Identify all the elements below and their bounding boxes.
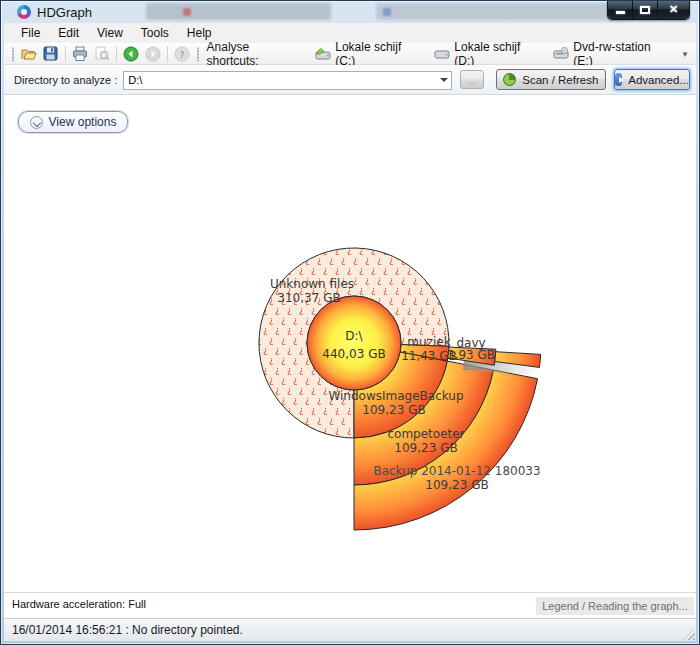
main-toolbar: ? Analyse shortcuts: Lokale schijf (C:) … [4,43,696,65]
analyse-shortcuts-label: Analyse shortcuts: [207,40,305,68]
toolbar-grip[interactable] [196,47,200,61]
drive-label: Lokale schijf (C:) [335,40,424,68]
print-icon [72,46,88,62]
hardware-acceleration-text: Hardware acceleration: Full [12,598,146,610]
combobox-dropdown-icon[interactable] [436,71,451,88]
forward-icon [145,46,161,62]
label-muziek-name: muziek [407,335,450,349]
back-icon [123,46,139,62]
advanced-icon [615,73,622,86]
background-tab-blur [146,3,331,20]
save-button[interactable] [40,44,62,64]
directory-input[interactable] [123,71,452,90]
view-options-label: View options [49,115,117,129]
svg-text:?: ? [179,49,184,59]
scan-label: Scan / Refresh [522,74,598,86]
directory-bar: Directory to analyze : ... Scan / Refres… [4,65,696,95]
help-icon: ? [174,46,190,62]
status-text: 16/01/2014 16:56:21 : No directory point… [12,623,243,637]
client-area: File Edit View Tools Help [4,23,696,641]
titlebar[interactable]: HDGraph ✕ [1,1,699,23]
drive-shortcut-d[interactable]: Lokale schijf (D:) [429,39,548,69]
close-icon: ✕ [658,3,689,16]
caption-buttons: ✕ [607,1,690,20]
close-button[interactable]: ✕ [658,1,689,19]
menu-edit[interactable]: Edit [49,24,88,42]
label-root-name: D:\ [345,329,363,343]
window-title: HDGraph [37,5,92,20]
print-button[interactable] [69,44,91,64]
background-tab-icon [383,8,391,16]
directory-label: Directory to analyze : [14,74,117,86]
hdgraph-window: HDGraph ✕ File Edit View Tools Help [0,0,700,645]
root-circle[interactable] [307,296,401,390]
advanced-label: Advanced... [628,74,689,86]
scan-icon [503,73,516,86]
print-preview-button[interactable] [91,44,113,64]
chevron-down-icon [30,116,43,129]
view-options-button[interactable]: View options [18,111,128,133]
toolbar-separator [167,46,168,62]
open-button[interactable] [18,44,40,64]
drive-shortcut-c[interactable]: Lokale schijf (C:) [310,39,429,69]
toolbar-separator [65,46,66,62]
minimize-button[interactable] [608,1,633,19]
status-bar: 16/01/2014 16:56:21 : No directory point… [4,618,696,641]
drive-label: Dvd-rw-station (E:) [573,40,673,68]
background-tab-blur [376,3,626,20]
toolbar-grip[interactable] [11,47,15,61]
drive-label: Lokale schijf (D:) [454,40,543,68]
label-competoeter-size: 109,23 GB [394,441,457,455]
maximize-button[interactable] [633,1,658,19]
label-backup-name: Backup 2014-01-12 180033 [373,464,540,478]
toolbar-overflow-button[interactable]: ▾ [678,49,692,59]
back-button[interactable] [120,44,142,64]
background-tab-icon [183,8,191,16]
browse-button[interactable]: ... [460,70,483,89]
label-competoeter-name: competoeter [387,427,464,441]
menu-tools[interactable]: Tools [132,24,178,42]
drive-shortcut-e[interactable]: Dvd-rw-station (E:) [548,39,678,69]
radial-usage-chart: ¿ ¿ ¿ Unknown files 310,37 GB D:\ 440,03 [4,95,696,592]
footer-row: Hardware acceleration: Full Legend / Rea… [4,592,696,618]
forward-button[interactable] [142,44,164,64]
help-button[interactable]: ? [171,44,193,64]
label-unknown-size: 310,37 GB [277,291,340,305]
drive-c-icon [315,48,331,60]
open-folder-icon [21,46,37,62]
label-unknown-name: Unknown files [270,277,354,291]
label-root-size: 440,03 GB [322,347,385,361]
legend-button[interactable]: Legend / Reading the graph... [536,597,694,615]
hdgraph-logo-icon [17,5,31,19]
maximize-icon [640,6,650,14]
label-wib-name: WindowsImageBackup [328,389,463,403]
menu-view[interactable]: View [88,24,132,42]
graph-area: View options [4,95,696,592]
save-floppy-icon [43,46,58,61]
drive-d-icon [434,48,450,60]
print-preview-icon [94,46,110,62]
directory-combobox [123,70,452,89]
toolbar-separator [116,46,117,62]
scan-refresh-button[interactable]: Scan / Refresh [496,69,606,90]
label-backup-size: 109,23 GB [425,478,488,492]
menu-file[interactable]: File [12,24,49,42]
dvd-drive-icon [553,47,569,60]
label-wib-size: 109,23 GB [362,403,425,417]
label-davy-size: 3,93 GB [447,348,495,362]
resize-grip[interactable] [683,628,695,640]
minimize-icon [616,11,625,14]
advanced-button[interactable]: Advanced... [614,69,690,90]
